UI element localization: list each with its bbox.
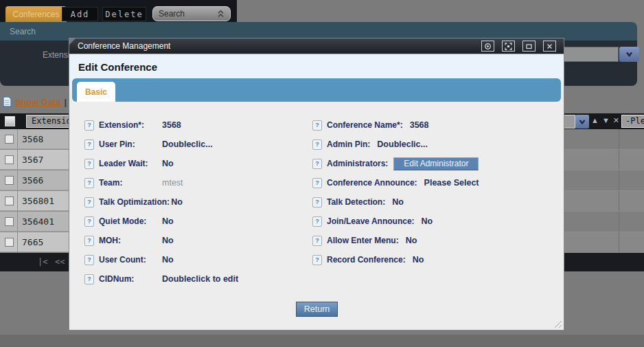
help-icon[interactable]: ? [84,159,94,169]
restore-icon[interactable] [522,41,536,52]
close-icon[interactable] [543,41,556,52]
help-icon[interactable]: ? [84,197,94,208]
row-checkbox[interactable] [5,217,14,226]
conference-management-dialog: Conference Management [69,38,564,331]
help-icon[interactable]: ? [84,255,94,265]
field-value[interactable]: No [392,197,404,207]
field-join-leave-announce: ? Join/Leave Announce: No [312,212,479,231]
help-icon[interactable]: ? [312,216,322,227]
footer-band [0,335,644,347]
resize-grip[interactable] [553,319,562,328]
field-value[interactable]: No [171,197,183,207]
field-value[interactable]: No [162,159,174,168]
field-value[interactable]: 3568 [162,120,181,130]
return-button[interactable]: Return [296,302,338,317]
row-checkbox[interactable] [5,197,14,205]
field-value[interactable]: No [413,255,424,265]
field-value[interactable]: mtest [162,178,183,188]
dialog-corner-fold [69,38,76,45]
document-icon [3,96,12,107]
pager-prev-button[interactable]: << [55,253,65,271]
field-label: Extension*: [99,120,161,130]
field-value[interactable]: Doubleclick to edit [162,274,238,284]
sort-controls: ▲ ▼ ✕ [591,116,619,125]
search-select-value: Search [159,9,185,19]
row-checkbox[interactable] [5,238,14,247]
delete-button[interactable]: Delete [102,7,146,21]
field-label: Allow Enter Menu: [327,236,399,245]
field-value[interactable]: No [162,236,174,245]
field-label: MOH: [99,236,161,245]
field-conference-announce: ? Conference Announce: Please Select [312,173,479,192]
tab-strip: Basic [72,78,561,102]
field-value[interactable]: No [162,255,174,265]
help-icon[interactable]: ? [84,236,94,246]
help-icon[interactable]: ? [84,139,94,150]
sort-desc-icon[interactable]: ▼ [602,116,610,125]
help-icon[interactable]: ? [312,159,322,169]
sort-asc-icon[interactable]: ▲ [591,116,599,125]
extension-cell: 3568 [22,129,43,149]
field-talk-detection: ? Talk Detection: No [312,192,479,212]
field-label: Team: [99,178,161,188]
extension-cell: 3566 [22,170,43,190]
field-value[interactable]: No [406,236,417,245]
extension-cell: 3567 [22,150,43,170]
search-select[interactable]: Search [152,6,231,21]
field-label: Conference Name*: [327,120,403,130]
field-conference-name: ? Conference Name*: 3568 [312,115,479,135]
field-value[interactable]: Doubleclic... [162,139,213,149]
field-label: Talk Optimization: [99,197,170,207]
help-icon[interactable]: ? [312,197,322,208]
edit-administrator-button[interactable]: Edit Administrator [393,157,479,170]
field-value[interactable]: No [162,216,174,226]
collapse-icon[interactable] [481,41,494,52]
help-icon[interactable]: ? [312,255,322,265]
field-admin-pin: ? Admin Pin: Doubleclic... [312,135,479,154]
row-checkbox[interactable] [5,135,14,144]
field-value[interactable]: No [422,216,433,226]
add-button[interactable]: Add [62,7,98,21]
maximize-icon[interactable] [502,41,515,52]
list-actions-row: Show Data | [3,96,78,108]
chevron-down-icon[interactable] [575,115,589,128]
field-team: ? Team: mtest [84,173,238,192]
help-icon[interactable]: ? [84,274,94,284]
field-value[interactable]: 3568 [410,120,429,130]
clear-sort-icon[interactable]: ✕ [613,116,619,125]
help-icon[interactable]: ? [84,120,94,131]
link-separator: | [64,97,67,107]
row-checkbox[interactable] [5,155,14,164]
select-all-checkbox[interactable] [5,116,15,126]
field-talk-optimization: ? Talk Optimization: No [84,192,238,212]
field-label: Administrators: [327,159,388,168]
field-allow-enter-menu: ? Allow Enter Menu: No [312,231,479,250]
field-value[interactable]: Doubleclic... [377,139,428,149]
screen: Conferences Add Delete Search Search Ext… [0,0,644,347]
chevron-down-icon[interactable] [619,47,639,62]
help-icon[interactable]: ? [84,216,94,227]
tab-conferences[interactable]: Conferences [5,6,67,22]
help-icon[interactable]: ? [312,120,322,131]
form-column-left: ? Extension*: 3568 ? User Pin: Doublecli… [84,115,238,289]
field-label: Leader Wait: [99,159,161,168]
extension-cell: 356401 [22,212,54,232]
field-label: Admin Pin: [327,139,370,149]
field-record-conference: ? Record Conference: No [312,250,479,269]
help-icon[interactable]: ? [312,178,322,188]
column2-filter-select[interactable]: -Ple [621,115,644,128]
help-icon[interactable]: ? [312,236,322,246]
field-extension: ? Extension*: 3568 [84,115,238,135]
row-checkbox[interactable] [5,176,14,185]
field-user-count: ? User Count: No [84,250,238,269]
help-icon[interactable]: ? [312,139,322,150]
tab-basic[interactable]: Basic [77,82,115,102]
dialog-titlebar[interactable]: Conference Management [69,38,564,54]
field-moh: ? MOH: No [84,231,238,250]
pager-first-button[interactable]: |< [38,253,47,271]
field-leader-wait: ? Leader Wait: No [84,154,238,173]
show-data-link[interactable]: Show Data [15,97,60,107]
field-quiet-mode: ? Quiet Mode: No [84,212,238,231]
help-icon[interactable]: ? [84,178,94,188]
field-value[interactable]: Please Select [424,178,479,188]
